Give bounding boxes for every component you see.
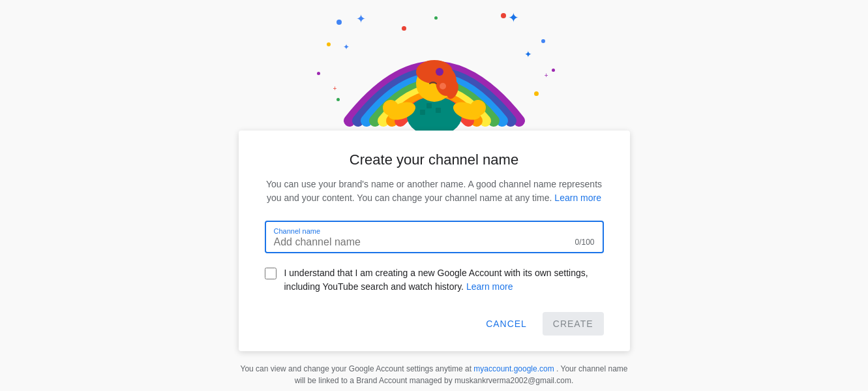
learn-more-link-checkbox[interactable]: Learn more [466,281,513,292]
deco-dot-8 [552,69,555,72]
deco-dot-9 [534,91,539,96]
myaccount-link[interactable]: myaccount.google.com [473,364,554,373]
cancel-button[interactable]: CANCEL [475,312,537,336]
dialog-description: You can use your brand's name or another… [265,178,604,205]
channel-name-input-container: Channel name 0/100 [265,221,604,253]
svg-point-11 [436,68,443,76]
button-row: CANCEL CREATE [265,312,604,336]
illustration: ✦ ✦ + ✦ ✦ + [297,7,571,137]
svg-rect-12 [427,103,432,108]
channel-name-input[interactable] [274,236,595,248]
char-count: 0/100 [575,238,594,247]
rainbow-svg [337,7,532,131]
sparkle-6: + [545,72,548,79]
svg-point-3 [383,100,398,116]
svg-rect-14 [420,110,425,115]
deco-dot-3 [317,72,320,75]
footer-text: You can view and change your Google Acco… [239,363,630,386]
dialog-title: Create your channel name [265,151,604,168]
channel-name-label: Channel name [274,227,595,235]
checkbox-row: I understand that I am creating a new Go… [265,266,604,294]
page-container: ✦ ✦ + ✦ ✦ + [0,0,868,386]
create-button[interactable]: CREATE [543,312,604,336]
svg-point-4 [470,100,486,116]
dialog: Create your channel name You can use you… [239,131,630,351]
checkbox-label: I understand that I am creating a new Go… [284,266,604,294]
understand-checkbox[interactable] [265,268,277,279]
svg-point-10 [440,83,446,89]
deco-dot-2 [327,42,331,46]
learn-more-link-top[interactable]: Learn more [554,193,601,203]
svg-rect-13 [436,108,441,113]
deco-dot-7 [541,39,545,43]
